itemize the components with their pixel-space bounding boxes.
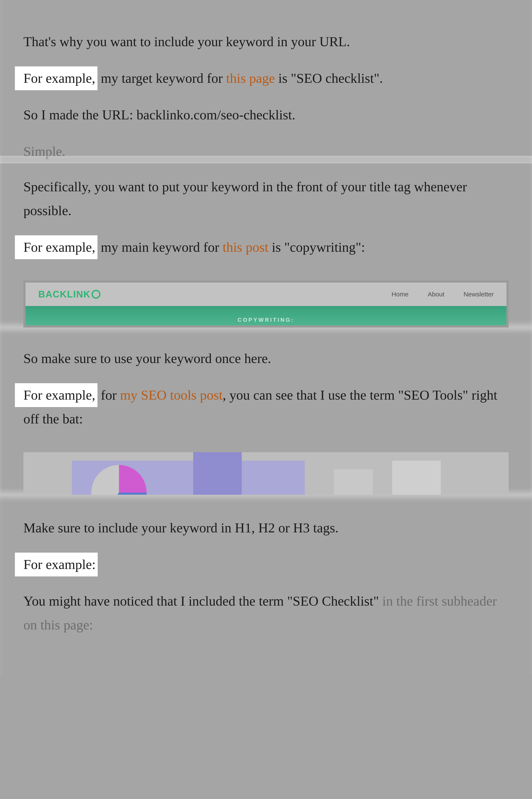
nav-link-newsletter[interactable]: Newsletter — [463, 291, 494, 298]
body-text-span: You might have noticed that I included t… — [23, 593, 382, 609]
highlighted-phrase: For example, — [15, 66, 97, 90]
body-text: So make sure to use your keyword once he… — [23, 334, 509, 383]
body-text-span: my target keyword for — [97, 71, 226, 86]
excerpt-3: So make sure to use your keyword once he… — [0, 327, 532, 495]
excerpt-2: Specifically, you want to put your keywo… — [0, 156, 532, 327]
highlighted-phrase: For example: — [15, 553, 98, 576]
backlinko-logo: BACKLINK — [38, 289, 100, 300]
highlighted-phrase: For example, — [15, 235, 97, 259]
logo-o-icon — [92, 290, 100, 299]
excerpt-1: That's why you want to include your keyw… — [0, 0, 532, 164]
nav-link-home[interactable]: Home — [392, 291, 408, 298]
body-text-span: for — [97, 387, 120, 403]
embedded-inner: BACKLINK Home About Newsletter COPYWRITI… — [25, 283, 507, 325]
body-text: For example, for my SEO tools post, you … — [23, 383, 509, 444]
nav-link-about[interactable]: About — [428, 291, 444, 298]
body-text: So I made the URL: backlinko.com/seo-che… — [23, 103, 509, 139]
body-text: You might have noticed that I included t… — [23, 589, 509, 650]
embedded-navbar: BACKLINK Home About Newsletter — [25, 283, 507, 306]
inline-link[interactable]: this page — [226, 71, 275, 86]
body-text: Make sure to include your keyword in H1,… — [23, 503, 509, 553]
body-text-span: my main keyword for — [97, 240, 223, 255]
body-text: Specifically, you want to put your keywo… — [23, 162, 509, 235]
embedded-nav-links: Home About Newsletter — [392, 291, 494, 298]
body-text: For example: — [23, 553, 509, 589]
inline-link[interactable]: this post — [223, 240, 268, 255]
body-text: For example, my target keyword for this … — [23, 66, 509, 103]
embedded-screenshot-backlinko: BACKLINK Home About Newsletter COPYWRITI… — [23, 281, 509, 327]
body-text-span: is "copywriting": — [268, 240, 365, 255]
illustration-block — [334, 469, 373, 495]
hero-label: COPYWRITING: — [25, 317, 507, 323]
article-excerpts: That's why you want to include your keyw… — [0, 0, 532, 675]
body-text-span: is "SEO checklist". — [275, 71, 383, 86]
highlighted-phrase: For example, — [15, 383, 97, 407]
embedded-hero: COPYWRITING: — [25, 306, 507, 325]
body-text: That's why you want to include your keyw… — [23, 17, 509, 66]
logo-text: BACKLINK — [38, 289, 91, 300]
body-text: For example, my main keyword for this po… — [23, 235, 509, 272]
excerpt-4: Make sure to include your keyword in H1,… — [0, 495, 532, 675]
embedded-screenshot-illustration — [23, 452, 509, 495]
inline-link[interactable]: my SEO tools post — [120, 387, 223, 403]
illustration-block — [193, 452, 242, 495]
illustration-block — [392, 461, 441, 495]
